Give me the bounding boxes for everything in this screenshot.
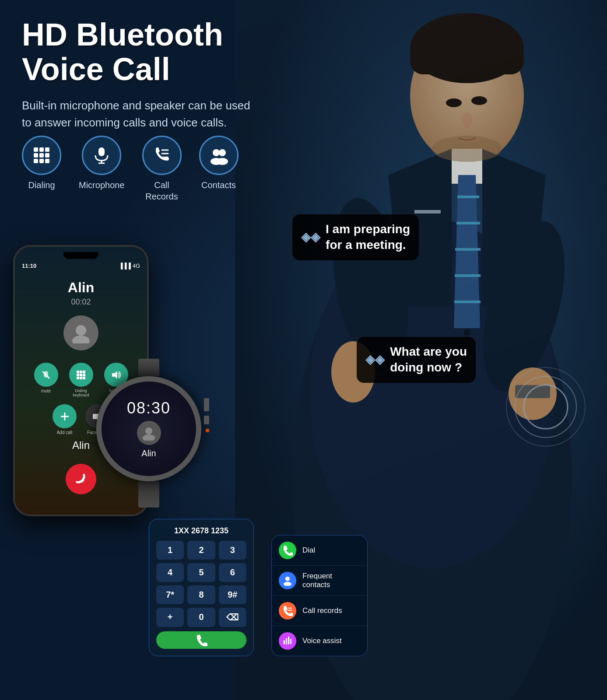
svg-point-49 [217, 158, 228, 165]
svg-rect-33 [45, 147, 49, 152]
frequent-contacts-icon-circle [279, 572, 296, 589]
feature-dialing: Dialing [22, 136, 61, 191]
svg-point-68 [143, 434, 155, 441]
voice-assist-label: Voice assist [302, 637, 342, 645]
contacts-label: Contacts [201, 179, 236, 191]
sound-icon-2: ◈◈ [365, 352, 385, 368]
svg-rect-56 [77, 374, 79, 376]
page-title: HD Bluetooth Voice Call [22, 18, 263, 87]
dial-key-4[interactable]: 4 [156, 563, 184, 582]
svg-rect-37 [34, 159, 38, 163]
call-icon [195, 634, 207, 646]
svg-rect-27 [515, 385, 550, 398]
phone-time: 11:10 [22, 262, 36, 269]
phone-status-bar: 11:10 ▐▐▐ 4G [15, 261, 147, 271]
end-call-button[interactable] [66, 464, 96, 494]
svg-rect-20 [414, 210, 441, 214]
mute-icon [40, 369, 52, 381]
menu-item-voice-assist[interactable]: Voice assist [272, 626, 367, 656]
contacts-icon [209, 146, 228, 165]
svg-rect-59 [77, 377, 79, 379]
speech-bubble-2: ◈◈ What are you doing now ? [357, 337, 476, 383]
svg-point-24 [446, 98, 462, 107]
dial-key-backspace[interactable]: ⌫ [219, 608, 246, 627]
watch-face: 08:30 Alin [96, 376, 201, 481]
svg-point-67 [145, 427, 152, 434]
svg-point-50 [76, 325, 86, 336]
subtitle-text: Built-in microphone and speaker can be u… [22, 97, 263, 131]
dial-menu-label: Dial [302, 546, 315, 555]
svg-rect-76 [290, 639, 291, 644]
menu-item-frequent-contacts[interactable]: Frequent contacts [272, 566, 367, 596]
svg-rect-53 [77, 371, 79, 373]
mute-button[interactable]: mute [34, 363, 58, 397]
watch-area: 08:30 Alin [96, 359, 201, 508]
svg-rect-36 [45, 153, 49, 158]
watch-avatar-icon [141, 426, 156, 441]
keyboard-label: Dialing keyboard [67, 388, 95, 397]
watch-caller-name: Alin [141, 448, 156, 458]
call-records-circle [142, 136, 182, 175]
call-records-menu-label: Call records [302, 606, 342, 615]
svg-point-51 [72, 336, 90, 343]
grid-icon [32, 146, 51, 165]
svg-point-21 [463, 329, 470, 336]
svg-rect-58 [83, 374, 85, 376]
dial-number-display: 1XX 2678 1235 [156, 526, 246, 536]
svg-rect-57 [80, 374, 82, 376]
svg-rect-32 [39, 147, 44, 152]
avatar-icon [70, 322, 91, 343]
svg-point-47 [219, 149, 226, 156]
dial-key-7[interactable]: 7* [156, 585, 184, 604]
dial-key-1[interactable]: 1 [156, 541, 184, 560]
dial-key-8[interactable]: 8 [187, 585, 215, 604]
keyboard-icon [75, 369, 87, 381]
svg-rect-35 [39, 153, 44, 158]
microphone-icon [92, 146, 111, 165]
mute-label: mute [41, 388, 51, 393]
call-records-label: Call Records [145, 179, 178, 202]
add-call-button[interactable]: Add call [53, 404, 77, 435]
phone-avatar [63, 315, 98, 350]
dial-key-5[interactable]: 5 [187, 563, 215, 582]
header-section: HD Bluetooth Voice Call Built-in microph… [22, 18, 263, 131]
svg-point-69 [285, 577, 290, 581]
svg-rect-60 [80, 377, 82, 379]
dial-call-button[interactable] [156, 631, 246, 649]
microphone-label: Microphone [79, 179, 125, 191]
svg-rect-75 [288, 637, 289, 644]
bubble2-text: What are you doing now ? [390, 344, 467, 376]
svg-rect-31 [34, 147, 38, 152]
menu-item-dial[interactable]: Dial [272, 536, 367, 566]
call-records-icon [152, 146, 172, 165]
bubble1-text: I am preparing for a meeting. [326, 221, 410, 253]
svg-point-46 [213, 149, 220, 156]
dial-key-9[interactable]: 9# [219, 585, 246, 604]
feature-call-records: Call Records [142, 136, 182, 202]
microphone-circle [82, 136, 121, 175]
phone-duration: 00:02 [71, 298, 91, 307]
svg-rect-39 [45, 159, 49, 163]
dial-grid: 1 2 3 4 5 6 7* 8 9# + 0 ⌫ [156, 541, 246, 627]
svg-rect-38 [39, 159, 44, 163]
title-line2: Voice Call [22, 52, 170, 87]
feature-contacts: Contacts [199, 136, 239, 191]
dial-key-3[interactable]: 3 [219, 541, 246, 560]
end-call-icon [73, 471, 89, 487]
dial-key-plus[interactable]: + [156, 608, 184, 627]
svg-point-70 [284, 582, 291, 586]
dial-menu-icon [282, 545, 293, 556]
voice-assist-icon-circle [279, 632, 296, 650]
feature-microphone: Microphone [79, 136, 125, 191]
features-row: Dialing Microphone [22, 136, 239, 202]
contacts-circle [199, 136, 239, 175]
dial-key-2[interactable]: 2 [187, 541, 215, 560]
svg-rect-40 [98, 147, 105, 156]
menu-item-call-records[interactable]: Call records [272, 596, 367, 626]
dial-key-0[interactable]: 0 [187, 608, 215, 627]
voice-assist-icon [282, 636, 293, 646]
svg-rect-5 [410, 44, 524, 74]
dialing-keyboard-button[interactable]: Dialing keyboard [67, 363, 95, 397]
dial-key-6[interactable]: 6 [219, 563, 246, 582]
svg-rect-61 [83, 377, 85, 379]
